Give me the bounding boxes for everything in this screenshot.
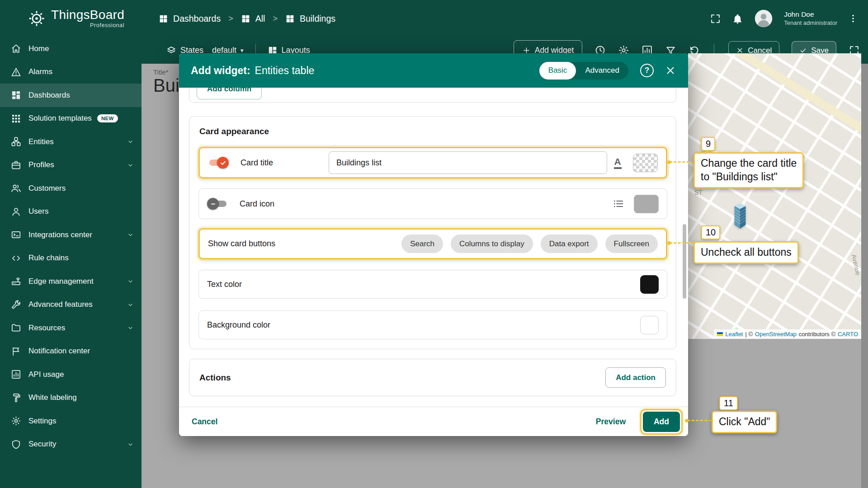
breadcrumb-item-all[interactable]: All xyxy=(241,14,265,24)
sidebar-item-label: Notification center xyxy=(28,347,90,356)
dialog-footer: Cancel Preview Add xyxy=(179,407,688,436)
breadcrumb-separator: > xyxy=(273,14,278,23)
sidebar-item-entities[interactable]: Entities xyxy=(0,130,142,154)
text-color-label: Text color xyxy=(207,280,242,289)
advanced-icon xyxy=(11,300,21,310)
dialog-title-prefix: Add widget: xyxy=(191,65,250,77)
apps-icon xyxy=(11,113,21,124)
title-color-swatch[interactable] xyxy=(633,154,658,172)
openstreetmap-link[interactable]: OpenStreetMap xyxy=(755,331,797,338)
background-color-swatch[interactable] xyxy=(640,316,659,334)
sidebar-item-label: Security xyxy=(28,440,56,449)
icon-list-icon[interactable] xyxy=(609,195,627,213)
tab-basic[interactable]: Basic xyxy=(539,62,576,80)
cancel-button[interactable]: Cancel xyxy=(192,417,217,427)
section-heading: Actions xyxy=(199,373,231,383)
card-icon-label: Card icon xyxy=(240,199,328,209)
sidebar-item-dashboards[interactable]: Dashboards xyxy=(0,84,142,107)
text-color-swatch[interactable] xyxy=(640,275,659,294)
font-settings-icon[interactable]: A xyxy=(609,154,627,172)
sidebar-item-advanced-features[interactable]: Advanced features xyxy=(0,293,142,317)
chevron-down-icon xyxy=(127,277,134,285)
card-icon-controls xyxy=(609,195,659,213)
card-button-chip-search[interactable]: Search xyxy=(401,235,443,253)
background-color-row: Background color xyxy=(198,310,667,339)
sidebar-item-profiles[interactable]: Profiles xyxy=(0,154,142,177)
sidebar-item-label: Dashboards xyxy=(28,91,70,100)
help-button[interactable]: ? xyxy=(640,64,654,77)
fullscreen-icon[interactable] xyxy=(710,13,721,24)
dialog-scrollbar[interactable] xyxy=(683,224,686,299)
breadcrumb-item-dashboards[interactable]: Dashboards xyxy=(159,14,221,24)
breadcrumb: Dashboards > All > Buildings xyxy=(159,14,335,24)
dialog-header: Add widget: Entities table Basic Advance… xyxy=(179,53,688,88)
brand-text: ThingsBoard Professional xyxy=(51,9,124,28)
more-menu-icon[interactable] xyxy=(848,14,858,23)
security-icon xyxy=(11,439,21,450)
add-button-highlight: Add xyxy=(640,409,683,435)
map-attribution: Leaflet | © OpenStreetMap contributors ©… xyxy=(714,329,861,339)
card-title-input[interactable] xyxy=(329,151,607,174)
card-button-chip-fullscreen[interactable]: Fullscreen xyxy=(605,235,658,253)
customers-icon xyxy=(11,183,21,193)
add-action-button[interactable]: Add action xyxy=(605,367,666,388)
widget-title-label: Title* xyxy=(153,68,169,76)
carto-link[interactable]: CARTO xyxy=(838,331,858,338)
sidebar-item-home[interactable]: Home xyxy=(0,37,142,61)
sidebar-item-notification-center[interactable]: Notification center xyxy=(0,340,142,363)
tab-advanced[interactable]: Advanced xyxy=(576,62,628,80)
resources-icon xyxy=(11,323,21,333)
card-icon-toggle[interactable] xyxy=(207,198,228,210)
sidebar-item-alarms[interactable]: Alarms xyxy=(0,61,142,84)
sidebar-item-integrations-center[interactable]: Integrations center xyxy=(0,223,142,247)
sidebar-item-resources[interactable]: Resources xyxy=(0,316,142,340)
sidebar-item-edge-management[interactable]: Edge management xyxy=(0,270,142,293)
card-title-toggle[interactable] xyxy=(208,157,229,169)
sidebar-item-rule-chains[interactable]: Rule chains xyxy=(0,247,142,270)
top-header: ThingsBoard Professional Dashboards > Al… xyxy=(0,0,868,37)
add-button[interactable]: Add xyxy=(643,412,680,432)
chevron-down-icon xyxy=(127,324,134,332)
chevron-down-icon xyxy=(127,441,134,448)
card-button-chip-columns-to-display[interactable]: Columns to display xyxy=(451,235,533,253)
check-icon xyxy=(220,160,226,166)
sidebar-item-label: Customers xyxy=(28,184,66,193)
avatar[interactable] xyxy=(754,9,773,28)
notifications-icon xyxy=(11,346,21,357)
sidebar-item-security[interactable]: Security xyxy=(0,433,142,456)
dialog-body: Add column Card appearance Card title A xyxy=(179,88,688,407)
annotation-connector-11 xyxy=(687,420,712,421)
toggle-knob xyxy=(207,198,219,210)
sidebar-item-api-usage[interactable]: API usage xyxy=(0,363,142,386)
notifications-bell-icon[interactable] xyxy=(732,13,743,24)
card-appearance-section: Card appearance Card title A xyxy=(189,116,676,349)
close-icon[interactable] xyxy=(665,65,676,76)
background-color-label: Background color xyxy=(207,320,270,330)
breadcrumb-item-buildings[interactable]: Buildings xyxy=(285,14,335,24)
attribution-text: | © xyxy=(745,331,753,338)
preview-button[interactable]: Preview xyxy=(596,417,626,427)
widget-title-input[interactable]: Bui xyxy=(153,75,179,96)
brand-logo: ThingsBoard Professional xyxy=(0,9,124,28)
add-column-button[interactable]: Add column xyxy=(197,88,262,99)
sidebar-item-label: Users xyxy=(28,207,48,216)
map-widget[interactable]: ST Avenue Leaflet | © OpenStreetMap cont… xyxy=(688,53,861,339)
rule-chains-icon xyxy=(11,253,21,263)
section-heading: Card appearance xyxy=(199,127,269,136)
sidebar-item-white-labeling[interactable]: White labeling xyxy=(0,386,142,410)
breadcrumb-separator: > xyxy=(228,14,233,23)
alert-icon xyxy=(11,67,21,77)
white-labeling-icon xyxy=(11,393,21,403)
api-icon xyxy=(11,369,21,380)
add-widget-dialog: Add widget: Entities table Basic Advance… xyxy=(179,53,688,436)
annotation-number-9: 9 xyxy=(701,137,715,151)
icon-color-swatch[interactable] xyxy=(634,195,659,213)
sidebar-item-customers[interactable]: Customers xyxy=(0,177,142,200)
leaflet-link[interactable]: Leaflet xyxy=(725,331,743,338)
sidebar-item-settings[interactable]: Settings xyxy=(0,409,142,433)
breadcrumb-label: All xyxy=(255,14,265,24)
card-button-chip-data-export[interactable]: Data export xyxy=(541,235,598,253)
minus-icon xyxy=(210,201,217,207)
sidebar-item-users[interactable]: Users xyxy=(0,200,142,224)
sidebar-item-solution-templates[interactable]: Solution templatesNEW xyxy=(0,107,142,131)
